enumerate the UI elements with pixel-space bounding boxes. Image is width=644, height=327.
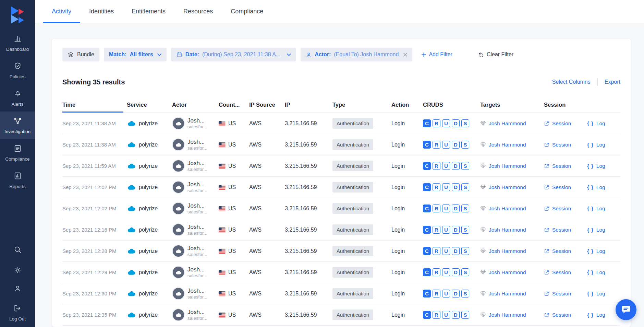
match-filter-dropdown[interactable]: Match: All filters [104,48,167,61]
session-link[interactable]: Session [544,184,587,190]
log-link[interactable]: { } Log [587,227,620,233]
date-filter-dropdown[interactable]: Date: (During) Sep 23, 2021 11:38 A... [171,48,296,61]
settings-button[interactable] [14,266,22,276]
sidebar-item-investigation[interactable]: Investigation [0,112,35,139]
session-link[interactable]: Session [544,269,587,276]
braces-icon: { } [587,142,594,148]
log-link[interactable]: { } Log [587,312,620,318]
crud-s-badge: S [461,119,469,127]
date-filter-label: Date: [185,51,199,58]
cell-actor[interactable]: Josh... salesfor... [172,287,219,300]
cell-actor[interactable]: Josh... salesfor... [172,245,219,257]
session-link[interactable]: Session [544,206,587,212]
actor-name: Josh... [187,224,207,231]
bundle-button[interactable]: Bundle [62,48,99,61]
log-link[interactable]: { } Log [587,163,620,169]
tab-compliance[interactable]: Compliance [222,0,272,23]
cell-actor[interactable]: Josh... salesfor... [172,160,219,172]
clear-filter-button[interactable]: Clear Filter [478,51,513,58]
log-link[interactable]: { } Log [587,142,620,148]
target-link[interactable]: Josh Hammond [480,248,544,254]
cell-action: Login [391,227,423,233]
cell-actor[interactable]: Josh... salesfor... [172,308,219,321]
cell-actor[interactable]: Josh... salesfor... [172,266,219,279]
cell-actor[interactable]: Josh... salesfor... [172,138,219,151]
bell-icon [13,89,22,99]
column-header-time[interactable]: Time [62,97,127,113]
actor-detail: salesfor... [187,294,207,300]
column-header-ip[interactable]: IP [285,97,332,113]
search-button[interactable] [13,245,22,255]
log-link[interactable]: { } Log [587,248,620,254]
cell-service: polyrize [127,205,172,212]
column-header-type[interactable]: Type [332,97,391,113]
actor-avatar [172,308,185,321]
session-link[interactable]: Session [544,163,587,169]
log-link[interactable]: { } Log [587,120,620,127]
search-icon [13,245,22,255]
column-header-action[interactable]: Action [391,97,423,113]
log-label: Log [596,248,605,254]
actor-name: Josh... [187,266,207,273]
cell-service: polyrize [127,290,172,297]
target-link[interactable]: Josh Hammond [480,291,544,297]
cell-action: Login [391,142,423,148]
tab-identities[interactable]: Identities [80,0,123,23]
target-link[interactable]: Josh Hammond [480,206,544,212]
target-link[interactable]: Josh Hammond [480,163,544,169]
column-header-targets[interactable]: Targets [480,97,544,113]
column-header-session[interactable]: Session [544,97,587,113]
column-header-service[interactable]: Service [127,97,172,113]
target-link[interactable]: Josh Hammond [480,312,544,318]
select-columns-button[interactable]: Select Columns [552,79,591,85]
cell-time: Sep 23, 2021 11:59 AM [62,163,127,169]
log-label: Log [596,142,605,148]
session-link[interactable]: Session [544,227,587,233]
export-button[interactable]: Export [605,79,620,85]
cell-actor[interactable]: Josh... salesfor... [172,223,219,236]
column-header-cruds[interactable]: CRUDS [423,97,480,113]
tab-activity[interactable]: Activity [43,0,80,23]
tab-resources[interactable]: Resources [174,0,222,23]
log-link[interactable]: { } Log [587,291,620,297]
cell-actor[interactable]: Josh... salesfor... [172,181,219,194]
column-header-count[interactable]: Count... [219,97,249,113]
service-label: polyrize [139,312,158,318]
session-link[interactable]: Session [544,142,587,148]
sidebar-item-reports[interactable]: Reports [0,166,35,194]
log-link[interactable]: { } Log [587,206,620,212]
target-link[interactable]: Josh Hammond [480,120,544,127]
cell-action: Login [391,312,423,318]
cell-time: Sep 23, 2021 12:16 PM [62,227,127,233]
sidebar-item-compliance[interactable]: Compliance [0,139,35,166]
log-link[interactable]: { } Log [587,269,620,276]
session-link[interactable]: Session [544,120,587,127]
target-link[interactable]: Josh Hammond [480,142,544,148]
target-link[interactable]: Josh Hammond [480,184,544,190]
sidebar-item-dashboard[interactable]: Dashboard [0,29,35,57]
logout-button[interactable]: Log Out [9,303,26,324]
cell-actor[interactable]: Josh... salesfor... [172,202,219,215]
profile-button[interactable] [14,284,22,294]
cell-time: Sep 23, 2021 12:35 PM [62,312,127,318]
session-label: Session [552,163,571,169]
column-header-ip-source[interactable]: IP Source [249,97,285,113]
add-filter-button[interactable]: Add Filter [422,51,452,58]
target-link[interactable]: Josh Hammond [480,227,544,233]
sidebar-item-policies[interactable]: Policies [0,57,35,84]
remove-actor-filter-button[interactable] [403,53,407,57]
sidebar-item-alerts[interactable]: Alerts [0,84,35,112]
actor-filter-chip[interactable]: Actor: (Equal To) Josh Hammond [301,48,412,61]
session-link[interactable]: Session [544,312,587,318]
log-label: Log [596,184,605,190]
session-link[interactable]: Session [544,248,587,254]
log-link[interactable]: { } Log [587,184,620,190]
cloud-icon [175,227,182,232]
target-link[interactable]: Josh Hammond [480,269,544,276]
cell-actor[interactable]: Josh... salesfor... [172,117,219,130]
tab-entitlements[interactable]: Entitlements [123,0,174,23]
identity-gem-icon [480,163,486,168]
session-link[interactable]: Session [544,291,587,297]
column-header-actor[interactable]: Actor [172,97,219,113]
chat-launcher-button[interactable] [616,299,636,320]
